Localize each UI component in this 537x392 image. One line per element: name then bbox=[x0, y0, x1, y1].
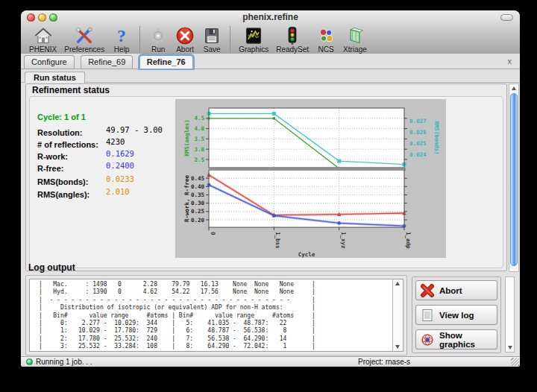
svg-text:4.5: 4.5 bbox=[194, 115, 204, 121]
svg-text:0.30: 0.30 bbox=[191, 200, 205, 206]
abort-icon bbox=[175, 26, 195, 45]
ncs-spheres-icon bbox=[316, 26, 336, 45]
log-text: | Mac. : 1498 0 2.28 79.79 16.13 None No… bbox=[30, 279, 403, 352]
toolbar-ncs-button[interactable]: NCS bbox=[313, 26, 339, 54]
stat-row-rms-bonds: RMS(bonds): 0.0233 bbox=[37, 174, 175, 185]
tools-icon bbox=[75, 26, 94, 45]
svg-text:0.25: 0.25 bbox=[191, 208, 204, 215]
svg-text:3.0: 3.0 bbox=[194, 146, 204, 153]
tab-configure[interactable]: Configure bbox=[24, 55, 75, 69]
action-buttons-panel: Abort View log bbox=[412, 276, 501, 353]
scroll-up-icon[interactable] bbox=[512, 86, 516, 90]
save-icon bbox=[202, 26, 222, 45]
toolbar-help-label: Help bbox=[114, 45, 130, 54]
toolbar-abort-button[interactable]: Abort bbox=[172, 26, 198, 54]
svg-text:2.5: 2.5 bbox=[194, 157, 204, 163]
status-bar: Running 1 job. . . Project: rnase-s bbox=[21, 356, 520, 367]
svg-text:?: ? bbox=[117, 26, 126, 45]
abort-x-icon bbox=[420, 283, 435, 298]
window-header: phenix.refine PHENIX bbox=[21, 10, 520, 54]
toolbar-readyset-button[interactable]: ReadySet bbox=[272, 26, 313, 54]
svg-text:0.025: 0.025 bbox=[409, 140, 427, 147]
toolbar-phenix-label: PHENIX bbox=[29, 45, 57, 54]
screen: phenix.refine PHENIX bbox=[0, 0, 537, 392]
toolbar-separator bbox=[230, 26, 230, 53]
bottom-scrollbar[interactable] bbox=[505, 276, 515, 353]
svg-text:0.027: 0.027 bbox=[409, 118, 427, 124]
toolbar-separator bbox=[139, 26, 140, 53]
toolbar-run-label: Run bbox=[151, 45, 165, 54]
svg-text:0.024: 0.024 bbox=[409, 151, 427, 158]
svg-text:0.026: 0.026 bbox=[409, 129, 427, 136]
toolbar-abort-label: Abort bbox=[176, 45, 194, 54]
toolbar-graphics-label: Graphics bbox=[239, 45, 268, 54]
running-status-text: Running 1 job. . . bbox=[36, 358, 92, 366]
show-graphics-button[interactable]: Show graphics bbox=[415, 329, 497, 350]
svg-text:1_bss: 1_bss bbox=[274, 232, 281, 249]
cycle-status: Cycle: 1 of 1 bbox=[37, 113, 86, 121]
phenix-refine-window: phenix.refine PHENIX bbox=[21, 10, 520, 367]
tab-refine-69[interactable]: Refine_69 bbox=[81, 55, 133, 69]
svg-text:RMS(angles): RMS(angles) bbox=[183, 119, 190, 157]
abort-button[interactable]: Abort bbox=[415, 280, 497, 300]
toolbar-run-button[interactable]: Run bbox=[145, 26, 172, 54]
scroll-down-icon[interactable] bbox=[395, 345, 400, 349]
show-graphics-button-label: Show graphics bbox=[439, 331, 497, 349]
resize-grip[interactable] bbox=[511, 358, 519, 366]
stat-row-rms-angles: RMS(angles): 2.010 bbox=[37, 187, 175, 197]
refinement-status-heading: Refinement status bbox=[32, 85, 110, 95]
scroll-up-icon[interactable] bbox=[395, 282, 400, 285]
svg-text:RMS(bonds): RMS(bonds) bbox=[433, 121, 440, 154]
view-log-button[interactable]: View log bbox=[415, 305, 497, 325]
close-tab-icon[interactable]: x bbox=[508, 57, 512, 66]
toolbar-preferences-label: Preferences bbox=[64, 45, 104, 54]
stat-row-reflections: # of reflections: 4230 bbox=[37, 137, 175, 148]
content-area: Refinement status Cycle: 1 of 1 Resoluti… bbox=[21, 83, 520, 356]
crystal-icon bbox=[345, 26, 365, 45]
main-scrollbar[interactable] bbox=[509, 83, 519, 272]
svg-text:0.45: 0.45 bbox=[191, 175, 204, 182]
stat-row-rfree: R-free: 0.2400 bbox=[37, 161, 175, 171]
stat-row-resolution: Resolution: 49.97 - 3.00 bbox=[37, 125, 175, 136]
scroll-down-icon[interactable] bbox=[508, 346, 512, 350]
gear-icon bbox=[148, 26, 168, 45]
home-icon bbox=[34, 26, 53, 45]
svg-text:0.35: 0.35 bbox=[191, 192, 204, 198]
titlebar[interactable]: phenix.refine bbox=[21, 10, 520, 24]
toolbar-toggle-button[interactable] bbox=[500, 14, 513, 21]
svg-text:1_xyz: 1_xyz bbox=[340, 232, 347, 249]
log-output-box: | Mac. : 1498 0 2.28 79.79 16.13 None No… bbox=[25, 275, 407, 355]
traffic-light-icon bbox=[283, 26, 302, 45]
run-status-panel: Refinement status Cycle: 1 of 1 Resoluti… bbox=[25, 83, 507, 271]
toolbar-phenix-button[interactable]: PHENIX bbox=[25, 26, 60, 54]
log-text-area[interactable]: | Mac. : 1498 0 2.28 79.79 16.13 None No… bbox=[29, 279, 403, 352]
toolbar-help-button[interactable]: ? Help bbox=[108, 26, 135, 54]
refinement-chart: 4.54.03.53.02.50.0270.0260.0250.024RMS(a… bbox=[175, 99, 446, 258]
subtab-bar: Run status bbox=[21, 69, 520, 83]
tab-refine-76[interactable]: Refine_76 bbox=[139, 55, 193, 69]
tab-bar: Configure Refine_69 Refine_76 x bbox=[21, 54, 520, 69]
view-log-button-label: View log bbox=[439, 311, 474, 320]
scrollbar-thumb[interactable] bbox=[510, 93, 518, 266]
toolbar-xtriage-button[interactable]: Xtriage bbox=[339, 26, 371, 54]
molecule-sphere-icon bbox=[420, 332, 435, 347]
refinement-status-subpanel: Cycle: 1 of 1 Resolution: 49.97 - 3.00 #… bbox=[29, 96, 503, 268]
svg-text:Cycle: Cycle bbox=[298, 251, 315, 258]
svg-text:R-work, R-free: R-work, R-free bbox=[183, 174, 190, 222]
svg-text:0: 0 bbox=[210, 232, 216, 235]
toolbar: PHENIX Preferences ? Help bbox=[21, 24, 520, 54]
toolbar-save-button[interactable]: Save bbox=[198, 26, 225, 54]
log-scrollbar[interactable] bbox=[392, 279, 403, 351]
svg-text:3.5: 3.5 bbox=[194, 136, 204, 142]
toolbar-graphics-button[interactable]: Graphics bbox=[235, 26, 272, 54]
help-icon: ? bbox=[112, 26, 131, 45]
svg-text:0.40: 0.40 bbox=[191, 183, 205, 190]
toolbar-readyset-label: ReadySet bbox=[276, 45, 309, 54]
svg-text:4.0: 4.0 bbox=[194, 125, 204, 132]
subtab-run-status[interactable]: Run status bbox=[25, 72, 85, 83]
document-icon bbox=[420, 308, 435, 323]
svg-text:0.20: 0.20 bbox=[191, 217, 205, 224]
graphics-icon bbox=[244, 26, 263, 45]
stat-row-rwork: R-work: 0.1629 bbox=[37, 149, 175, 159]
toolbar-preferences-button[interactable]: Preferences bbox=[60, 26, 108, 54]
